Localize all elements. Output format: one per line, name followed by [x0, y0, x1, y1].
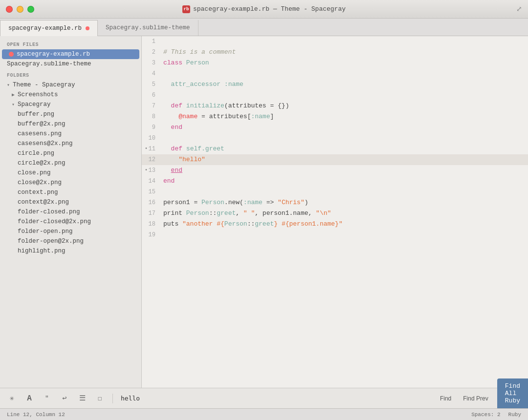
bottom-toolbar: ✳ A " ↩ ☰ ☐ Find Find Prev Find All [0, 388, 528, 408]
toolbar-divider [112, 394, 113, 403]
sidebar-file-folder-open-2x[interactable]: folder-open@2x.png [0, 236, 141, 246]
sidebar-folder-theme-spacegray[interactable]: ▾ Theme - Spacegray [0, 80, 141, 90]
open-files-label: OPEN FILES [0, 38, 141, 49]
find-prev-button[interactable]: Find Prev [459, 393, 492, 404]
sidebar-file-folder-closed[interactable]: folder-closed.png [0, 207, 141, 217]
window-controls[interactable] [6, 6, 34, 13]
cursor-position: Line 12, Column 12 [7, 412, 65, 418]
sidebar-file-highlight[interactable]: highlight.png [0, 246, 141, 256]
sidebar-file-buffer-2x[interactable]: buffer@2x.png [0, 119, 141, 129]
code-line-17: 17 print Person::greet, " ", person1.nam… [142, 208, 528, 219]
code-line-7: 7 def initialize(attributes = {}) [142, 101, 528, 111]
status-bar: Line 12, Column 12 Spaces: 2 Ruby [0, 408, 528, 420]
code-line-12: 12 "hello" [142, 154, 528, 165]
sidebar-folder-screenshots[interactable]: ▶ Screenshots [0, 90, 141, 100]
folder-arrow-down: ▾ [7, 82, 10, 88]
code-line-1: 1 [142, 36, 528, 47]
code-line-16: 16 person1 = Person.new(:name => "Chris"… [142, 197, 528, 208]
code-line-10: 10 [142, 133, 528, 144]
sidebar-file-circle[interactable]: circle.png [0, 148, 141, 158]
code-line-9: 9 end [142, 122, 528, 133]
sidebar-file-context[interactable]: context.png [0, 188, 141, 197]
search-input[interactable] [119, 394, 432, 403]
code-line-6: 6 [142, 90, 528, 101]
code-line-13: • 13 end [142, 165, 528, 176]
tab-spacegray-example[interactable]: spacegray-example.rb [0, 20, 98, 36]
folder-arrow-down2: ▾ [12, 102, 15, 107]
code-line-11: • 11 def self.greet [142, 144, 528, 154]
bullet-11: • [145, 144, 150, 154]
folders-label: FOLDERS [0, 69, 141, 80]
file-type-icon: rb [182, 5, 190, 13]
asterisk-icon[interactable]: ✳ [5, 392, 19, 405]
sidebar-file-casesens[interactable]: casesens.png [0, 129, 141, 139]
folder-arrow-right: ▶ [12, 92, 15, 98]
find-all-ruby-button[interactable]: Find All Ruby [497, 378, 528, 408]
sidebar-file-circle-2x[interactable]: circle@2x.png [0, 158, 141, 168]
sidebar-item-sublime-theme[interactable]: Spacegray.sublime-theme [0, 59, 141, 69]
tab-spacegray-theme[interactable]: Spacegray.sublime-theme [98, 20, 198, 36]
code-line-15: 15 [142, 187, 528, 197]
code-line-4: 4 [142, 68, 528, 79]
sidebar-file-close[interactable]: close.png [0, 168, 141, 178]
modified-dot [9, 52, 14, 57]
bullet-13: • [145, 165, 150, 176]
sidebar-file-casesens-2x[interactable]: casesens@2x.png [0, 139, 141, 148]
code-line-14: 14 end [142, 176, 528, 187]
history-icon[interactable]: ↩ [58, 392, 71, 405]
font-icon[interactable]: A [22, 392, 36, 405]
code-line-2: 2 # This is a comment [142, 47, 528, 58]
code-line-8: 8 @name = attributes[:name] [142, 111, 528, 122]
sidebar: OPEN FILES spacegray-example.rb Spacegra… [0, 36, 142, 388]
quote-icon[interactable]: " [40, 392, 54, 405]
sidebar-file-close-2x[interactable]: close@2x.png [0, 178, 141, 188]
find-button[interactable]: Find [436, 393, 455, 404]
list-icon[interactable]: ☰ [75, 392, 89, 405]
expand-icon[interactable]: ⤢ [516, 5, 522, 13]
main-content: OPEN FILES spacegray-example.rb Spacegra… [0, 36, 528, 388]
title-bar: rb spacegray-example.rb — Theme - Spaceg… [0, 0, 528, 19]
modified-indicator [86, 26, 89, 30]
sidebar-file-folder-closed-2x[interactable]: folder-closed@2x.png [0, 217, 141, 227]
code-line-19: 19 [142, 230, 528, 240]
code-line-3: 3▾ class Person [142, 58, 528, 68]
sidebar-file-folder-open[interactable]: folder-open.png [0, 227, 141, 236]
code-line-5: 5 attr_accessor :name [142, 79, 528, 90]
editor-area[interactable]: 1 2 # This is a comment 3▾ class Person … [142, 36, 528, 388]
sidebar-file-buffer[interactable]: buffer.png [0, 109, 141, 119]
maximize-button[interactable] [27, 6, 34, 13]
tab-bar: spacegray-example.rb Spacegray.sublime-t… [0, 19, 528, 36]
window-title: rb spacegray-example.rb — Theme - Spaceg… [182, 5, 346, 13]
spaces-indicator: Spaces: 2 [471, 412, 500, 418]
sidebar-folder-spacegray[interactable]: ▾ Spacegray [0, 100, 141, 109]
square-icon[interactable]: ☐ [93, 392, 107, 405]
language-indicator: Ruby [508, 412, 521, 418]
code-line-18: 18 puts "another #{Person::greet} #{pers… [142, 219, 528, 230]
minimize-button[interactable] [17, 6, 23, 13]
sidebar-file-context-2x[interactable]: context@2x.png [0, 197, 141, 207]
close-button[interactable] [6, 6, 13, 13]
sidebar-item-spacegray-example[interactable]: spacegray-example.rb [2, 49, 139, 59]
